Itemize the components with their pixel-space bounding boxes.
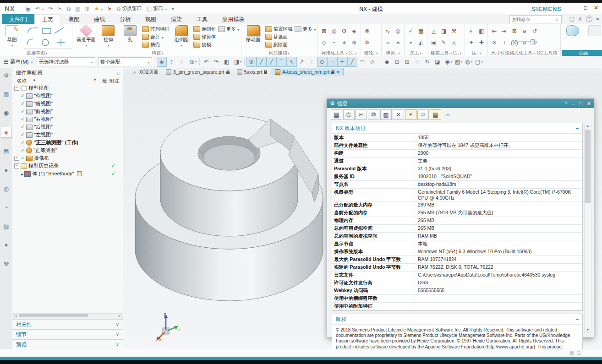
command-finder-input[interactable] — [510, 17, 556, 22]
trim-body-button[interactable]: 修剪体 — [193, 33, 216, 41]
dropdown-caret-icon[interactable] — [100, 5, 103, 12]
modeling-tool-icon-3[interactable]: ◨ — [439, 27, 449, 36]
capture-icon[interactable]: ⊕ — [83, 5, 91, 13]
scroll-down-icon[interactable]: ▾ — [585, 328, 591, 332]
arc-center-snap-icon[interactable]: ↗ — [297, 57, 307, 67]
switch-window-button[interactable]: ⧉ 切换窗口 — [115, 4, 144, 13]
machining-icon-3[interactable]: ▦ — [416, 27, 426, 36]
centroid-snap-icon[interactable]: ◆ — [382, 57, 392, 67]
tab-application[interactable]: 应用模块 — [215, 14, 252, 24]
mold-tool-icon-4[interactable]: ✚ — [476, 38, 486, 48]
surface-dropdown-button[interactable] — [562, 25, 583, 37]
scrollbar-thumb[interactable] — [585, 130, 591, 203]
inactive-tool-button[interactable] — [584, 25, 602, 37]
tab-view[interactable]: 视图 — [138, 14, 164, 24]
search-icon[interactable]: ⌕ — [556, 16, 558, 22]
replace-face-button[interactable]: 替换面 — [265, 33, 293, 41]
internet-browser-icon[interactable]: ● — [1, 165, 11, 175]
tree-item-isometric-view[interactable]: "正等测图" — [12, 147, 122, 154]
dim-format-icon-7[interactable]: ø — [520, 27, 529, 36]
copy-button[interactable]: ⧉ — [368, 109, 379, 120]
delete-button[interactable]: ✕ — [393, 109, 404, 120]
dim-format-icon-9[interactable]: ↺ — [530, 27, 539, 36]
modeling-tool-icon-4[interactable]: ✎ — [439, 38, 449, 48]
selection-scope-dropdown[interactable]: 整个装配 — [98, 57, 152, 66]
tab-analysis[interactable]: 分析 — [112, 14, 138, 24]
ribbon-group-label[interactable]: 标准化工具 - G.. — [319, 50, 359, 56]
rotate-icon[interactable]: ↻ — [422, 57, 432, 67]
info-dialog-titlebar[interactable]: ⚙ 信息 ?–□✕ — [327, 99, 594, 108]
ribbon-group-label[interactable]: 齿轮.. — [362, 50, 380, 56]
intersection-snap-icon[interactable]: ∿ — [287, 57, 297, 67]
control-point-snap-icon[interactable]: ⌒ — [277, 57, 287, 67]
find-next-button[interactable]: ⌭ — [417, 109, 429, 120]
existing-point-snap-icon[interactable]: ⊙ — [317, 57, 327, 67]
close-button[interactable]: ✕ — [594, 5, 598, 11]
machining-icon-2[interactable]: ▪ — [406, 38, 416, 48]
endpoint-snap-icon[interactable]: ╱ — [257, 57, 267, 67]
zoom-icon[interactable]: ⊞ — [402, 57, 412, 67]
ribbon-group-label[interactable]: 弹簧.. — [383, 50, 403, 56]
ribbon-group-label[interactable]: 注.. — [466, 50, 486, 56]
tab-curve[interactable]: 曲线 — [87, 14, 112, 24]
visibility-check-icon[interactable] — [21, 93, 25, 99]
dialog-close-button[interactable]: ✕ — [587, 101, 591, 107]
ribbon-group-label[interactable]: 特征 — [76, 50, 240, 56]
spring-tool-icon-1[interactable]: ∿ — [383, 27, 393, 36]
ribbon-group-label[interactable]: 曲面 — [562, 50, 602, 56]
assembly-navigator-icon[interactable]: ▦ — [1, 89, 11, 99]
ribbon-group-label[interactable]: 尺寸快速格式化工具 - GC工具箱 — [489, 50, 559, 56]
spring-tool-icon-4[interactable]: ∗ — [393, 38, 403, 48]
dialog-minimize-button[interactable]: – — [572, 101, 575, 107]
part-navigator-icon[interactable]: ◈ — [1, 127, 12, 138]
machining-icon-4[interactable]: ◭ — [416, 38, 426, 48]
history-icon[interactable]: ◔ — [1, 203, 11, 213]
collapse-section-icon[interactable]: − — [575, 316, 579, 322]
pattern-feature-button[interactable]: 阵列特征 — [142, 25, 170, 33]
quadrant-snap-icon[interactable]: ↑ — [307, 57, 317, 67]
machining-icon-1[interactable]: ✓ — [406, 27, 416, 36]
tab-5axis[interactable]: 5axis.prt — [233, 68, 271, 76]
hole-button[interactable]: 孔 — [120, 25, 141, 48]
modeling-tool-icon-2[interactable]: ▣ — [429, 38, 438, 48]
standard-tool-icon-2[interactable]: ◇ — [319, 38, 329, 48]
previous-selection-icon[interactable]: ↶ — [202, 57, 212, 67]
standard-tool-icon-7[interactable]: ◈ — [350, 27, 359, 36]
midpoint2-snap-icon[interactable]: ◇ — [367, 57, 378, 67]
save-icon[interactable]: ▣ — [24, 5, 33, 13]
render-style-icon[interactable]: ◉▾ — [443, 57, 453, 67]
modeling-tool-icon-5[interactable]: ⚒ — [449, 27, 459, 36]
notes-icon[interactable]: ▤ — [569, 350, 574, 355]
minimize-button[interactable]: — — [572, 5, 578, 11]
touch-pointer-icon[interactable]: ➤ — [105, 5, 114, 13]
sketch-button[interactable]: 草图 — [1, 25, 22, 48]
dim-format-icon-4[interactable]: ↕ — [499, 38, 509, 48]
process-studio-icon[interactable]: ▨ — [1, 222, 11, 232]
tab-welcome[interactable]: 欢迎页面 — [129, 68, 162, 76]
tab-assemblies[interactable]: 装配 — [61, 14, 87, 24]
menu-button[interactable]: ☰ 菜单(M) — [0, 59, 37, 65]
system-tools-icon[interactable]: ⚒ — [1, 259, 11, 269]
more-commands-icon[interactable]: ▾ — [170, 5, 176, 13]
show-hide-icon[interactable] — [21, 171, 23, 177]
favorites-star-icon[interactable]: ★ — [93, 5, 105, 13]
delete-face-button[interactable]: 删除面 — [265, 41, 293, 49]
shell-button[interactable]: 抽壳 — [142, 41, 170, 49]
find-button[interactable]: ⌖ — [405, 109, 416, 120]
redo-icon[interactable]: ↷ — [46, 5, 55, 13]
scroll-up-icon[interactable]: ▴ — [585, 124, 591, 128]
reuse-library-icon[interactable]: ▤ — [1, 147, 11, 157]
visibility-check-icon[interactable] — [21, 155, 25, 161]
background-icon[interactable]: ▨▾ — [453, 57, 463, 67]
user-icon[interactable]: ● — [596, 16, 599, 22]
unite-button[interactable]: 合并 — [142, 33, 170, 41]
fit-window-icon[interactable]: ⊡ — [392, 57, 402, 67]
edge-blend-button[interactable]: 边倒圆 — [171, 25, 192, 48]
related-face-icon[interactable]: ◨▾ — [232, 57, 242, 67]
window-icon[interactable]: ▢▾ — [473, 57, 483, 67]
collapse-all-button[interactable]: − — [442, 109, 454, 120]
web-page-icon[interactable]: ◎ — [1, 184, 11, 194]
offset-region-button[interactable]: 偏置区域 — [265, 25, 293, 33]
tree-item-bottom-view[interactable]: "仰视图" — [12, 92, 122, 100]
show-hide-icon[interactable]: ◍▾ — [463, 57, 473, 67]
